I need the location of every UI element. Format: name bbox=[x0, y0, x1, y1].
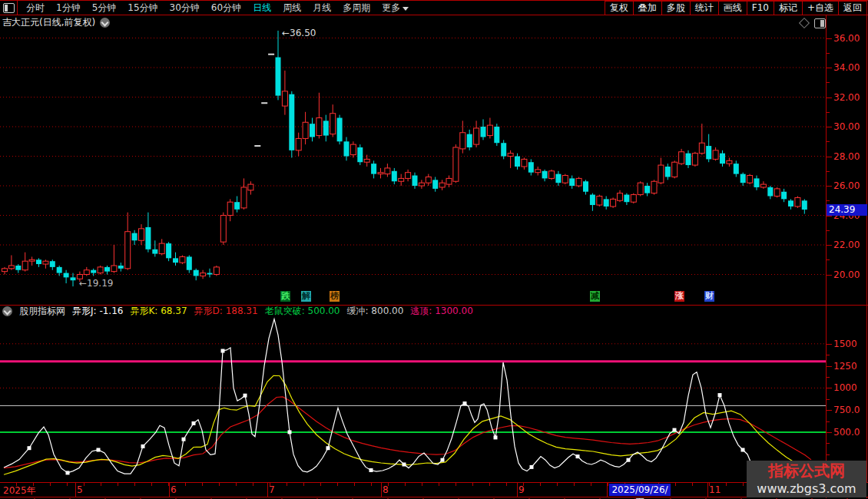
month-tick bbox=[169, 483, 170, 497]
indicator-chart bbox=[0, 316, 826, 482]
axis-tick bbox=[827, 112, 830, 113]
tab-日线[interactable]: 日线 bbox=[253, 2, 271, 15]
month-tick bbox=[267, 483, 268, 497]
price-axis: 36.0034.0032.0030.0028.0026.0024.0022.00… bbox=[827, 15, 866, 497]
axis-tick bbox=[827, 141, 830, 142]
tab-分时[interactable]: 分时 bbox=[26, 2, 45, 15]
indicator-scale-label: 1250 bbox=[833, 361, 857, 372]
tab-15分钟[interactable]: 15分钟 bbox=[128, 2, 157, 15]
maximize-pane-icon[interactable] bbox=[814, 18, 826, 28]
btn-返回[interactable]: 返回 bbox=[838, 1, 867, 15]
axis-tick bbox=[827, 259, 830, 260]
indicator-value-缓冲: 缓冲: 800.00 bbox=[347, 305, 404, 318]
axis-tick bbox=[827, 200, 830, 201]
axis-tick bbox=[827, 82, 830, 83]
title-dropdown-icon[interactable] bbox=[100, 18, 110, 28]
indicator-scale-label: 750.0 bbox=[833, 405, 860, 415]
split-window-icon bbox=[3, 3, 15, 13]
axis-tick bbox=[827, 157, 832, 157]
indicator-value-逃顶: 逃顶: 1300.00 bbox=[410, 305, 472, 318]
chart-title: 吉大正元(日线,前复权) bbox=[2, 16, 95, 29]
indicator-value-异形J: 异形J: -1.16 bbox=[72, 305, 123, 318]
indicator-value-异形K: 异形K: 68.37 bbox=[130, 305, 187, 318]
date-label: 2025年 bbox=[3, 484, 36, 497]
btn-复权[interactable]: 复权 bbox=[605, 1, 634, 15]
title-bar: 吉大正元(日线,前复权) bbox=[0, 16, 110, 29]
tab-月线[interactable]: 月线 bbox=[313, 2, 331, 15]
indicator-value-异形D: 异形D: 188.31 bbox=[194, 305, 258, 318]
watermark-site-name: 指标公式网 bbox=[747, 461, 866, 481]
axis-tick bbox=[827, 275, 832, 276]
indicator-panel[interactable] bbox=[0, 316, 826, 482]
current-price-box: 24.39 bbox=[827, 204, 867, 216]
axis-tick bbox=[827, 410, 832, 411]
btn-多股[interactable]: 多股 bbox=[661, 1, 691, 15]
tab-5分钟[interactable]: 5分钟 bbox=[92, 2, 117, 15]
date-label: 5 bbox=[77, 484, 83, 495]
axis-tick bbox=[827, 454, 830, 455]
event-badge-跌[interactable]: 跌 bbox=[280, 291, 290, 302]
price-annotation: ←36.50 bbox=[282, 28, 316, 38]
trading-app-window: 分时1分钟5分钟15分钟30分钟60分钟日线周线月线多周期更多 复权叠加多股统计… bbox=[0, 0, 868, 499]
axis-tick bbox=[827, 171, 830, 172]
btn-叠加[interactable]: 叠加 bbox=[633, 1, 662, 15]
axis-tick bbox=[827, 97, 832, 98]
candlestick-chart bbox=[0, 29, 826, 304]
date-label: 6 bbox=[171, 484, 177, 495]
price-annotation: ←19.19 bbox=[79, 278, 113, 289]
event-badge-解[interactable]: 解 bbox=[301, 291, 311, 302]
axis-tick bbox=[827, 230, 830, 231]
toolbar-buttons: 复权叠加多股统计画线F10标记+自选返回 bbox=[605, 1, 867, 15]
axis-tick bbox=[827, 216, 832, 216]
price-label: 22.00 bbox=[833, 240, 860, 250]
cursor-date-label: 2025/09/26/五 bbox=[609, 484, 671, 496]
diamond-icon[interactable] bbox=[799, 18, 810, 28]
date-label: 9 bbox=[518, 484, 525, 495]
btn-+自选[interactable]: +自选 bbox=[802, 1, 839, 15]
price-label: 28.00 bbox=[833, 151, 860, 162]
axis-tick bbox=[827, 377, 830, 378]
event-badge-涨[interactable]: 涨 bbox=[674, 291, 684, 302]
price-label: 36.00 bbox=[833, 33, 860, 44]
watermark-url: www.zbgs3.com bbox=[747, 481, 866, 496]
btn-画线[interactable]: 画线 bbox=[718, 1, 747, 15]
layout-toggle-button[interactable] bbox=[0, 1, 18, 15]
axis-tick bbox=[827, 245, 832, 246]
axis-tick bbox=[827, 68, 832, 68]
axis-tick bbox=[827, 355, 830, 355]
axis-tick bbox=[827, 186, 832, 187]
tab-周线[interactable]: 周线 bbox=[283, 2, 301, 15]
btn-标记[interactable]: 标记 bbox=[774, 1, 803, 15]
month-tick bbox=[607, 483, 608, 497]
axis-tick bbox=[827, 443, 830, 444]
indicator-scale-label: 1500 bbox=[833, 339, 857, 349]
candlestick-panel[interactable]: ←36.50←19.19跌解榜减涨财 bbox=[0, 29, 826, 304]
indicator-scale-label: 500.0 bbox=[833, 427, 860, 438]
top-toolbar: 分时1分钟5分钟15分钟30分钟60分钟日线周线月线多周期更多 复权叠加多股统计… bbox=[0, 0, 868, 15]
tab-多周期[interactable]: 多周期 bbox=[343, 2, 370, 15]
month-tick bbox=[517, 483, 518, 497]
date-label: 11 bbox=[709, 484, 721, 495]
axis-tick bbox=[827, 399, 830, 400]
tab-1分钟[interactable]: 1分钟 bbox=[56, 2, 81, 15]
axis-tick bbox=[827, 388, 832, 388]
tab-60分钟[interactable]: 60分钟 bbox=[211, 2, 241, 15]
axis-tick bbox=[827, 432, 832, 433]
axis-tick bbox=[827, 53, 830, 54]
tab-30分钟[interactable]: 30分钟 bbox=[170, 2, 200, 15]
btn-F10[interactable]: F10 bbox=[747, 1, 774, 15]
event-badge-减[interactable]: 减 bbox=[590, 291, 600, 302]
right-border-line bbox=[866, 15, 867, 498]
event-badge-榜[interactable]: 榜 bbox=[330, 291, 340, 302]
indicator-scale-label: 1000 bbox=[833, 382, 857, 393]
indicator-source: 股朋指标网 bbox=[19, 305, 65, 318]
btn-统计[interactable]: 统计 bbox=[690, 1, 719, 15]
axis-tick bbox=[827, 38, 832, 39]
axis-tick bbox=[827, 344, 832, 345]
tab-更多[interactable]: 更多 bbox=[382, 2, 409, 15]
event-badge-财[interactable]: 财 bbox=[704, 291, 714, 302]
date-axis: 2025年56789112025/09/26/五 bbox=[0, 482, 868, 497]
price-label: 20.00 bbox=[833, 269, 860, 280]
indicator-collapse-icon[interactable] bbox=[2, 306, 12, 316]
price-label: 34.00 bbox=[833, 62, 860, 73]
